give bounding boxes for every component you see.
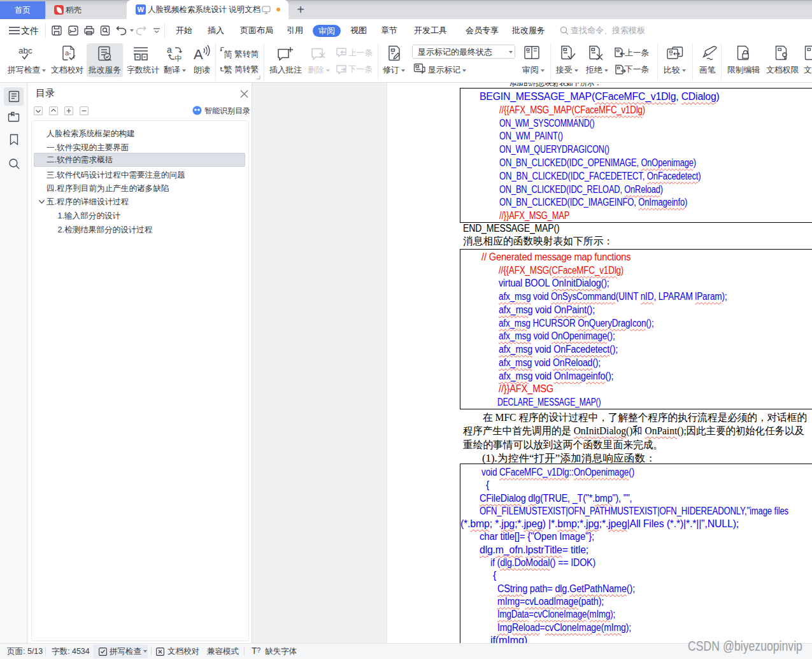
svg-text:abc: abc <box>18 46 32 55</box>
svg-text:a-: a- <box>65 49 71 57</box>
svg-text:简: 简 <box>224 49 232 59</box>
svg-text:繁: 繁 <box>224 64 232 74</box>
svg-text:A: A <box>194 46 203 62</box>
svg-text:中: 中 <box>175 54 182 62</box>
svg-text:a: a <box>167 45 172 55</box>
